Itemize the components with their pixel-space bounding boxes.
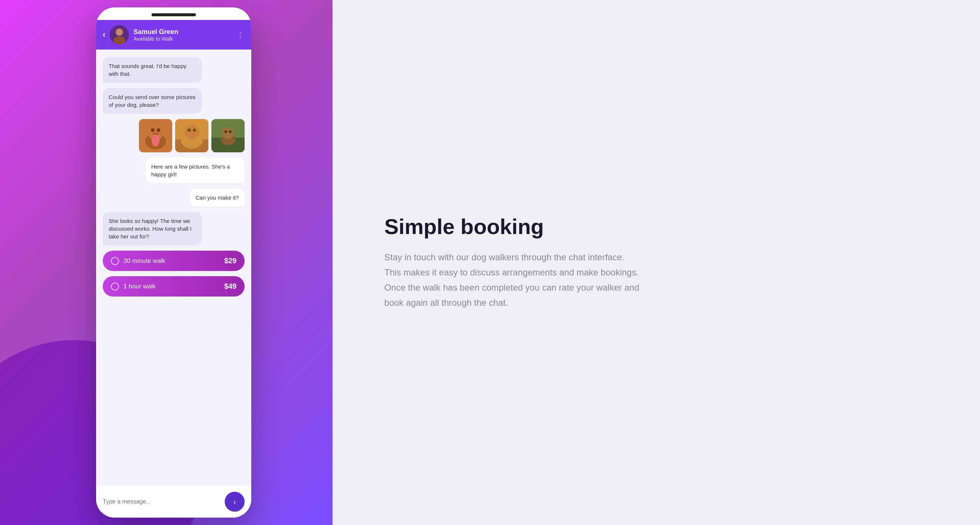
svg-point-6: [148, 124, 164, 140]
svg-point-3: [116, 29, 123, 35]
message-1: That sounds great. I'd be happy with tha…: [103, 57, 202, 83]
svg-point-22: [229, 131, 232, 133]
svg-point-10: [152, 136, 159, 147]
header-info: Samuel Green Available to Walk: [134, 28, 232, 42]
radio-30min[interactable]: [111, 257, 119, 265]
chat-header: ‹ Samuel Green Available to Walk ⋮: [96, 20, 251, 49]
dog-photo-1: [139, 119, 172, 152]
dog-photo-2: [175, 119, 208, 152]
right-panel: Simple booking Stay in touch with our do…: [332, 0, 980, 525]
message-4: Here are a few pictures. She's a happy g…: [145, 158, 245, 184]
message-2: Could you send over some pictures of you…: [103, 88, 202, 114]
message-6: She looks so happy! The time we discusse…: [103, 212, 202, 246]
svg-point-9: [153, 133, 159, 136]
svg-point-8: [157, 128, 161, 132]
svg-point-16: [193, 129, 196, 132]
walk-price-1hour: $49: [224, 282, 237, 290]
walk-option-30min[interactable]: 30 minute walk $29: [103, 251, 245, 271]
dog-photo-3: [212, 119, 245, 152]
walk-option-left-1hour: 1 hour walk: [111, 282, 156, 290]
chat-input-area: ›: [96, 485, 251, 518]
right-title: Simple booking: [384, 215, 643, 238]
svg-point-21: [225, 131, 227, 133]
radio-1hour[interactable]: [111, 282, 119, 290]
svg-point-20: [222, 127, 234, 139]
phone-body: ‹ Samuel Green Available to Walk ⋮ That …: [96, 7, 251, 518]
walk-option-1hour[interactable]: 1 hour walk $49: [103, 276, 245, 297]
dog-photos-row: [139, 119, 245, 152]
svg-point-15: [188, 129, 191, 132]
walk-label-1hour: 1 hour walk: [123, 283, 156, 290]
right-text-block: Simple booking Stay in touch with our do…: [384, 215, 643, 311]
back-button[interactable]: ‹: [103, 31, 105, 39]
walk-label-30min: 30 minute walk: [123, 257, 165, 265]
chat-body: That sounds great. I'd be happy with tha…: [96, 49, 251, 485]
svg-point-14: [185, 124, 199, 139]
walk-option-left-30min: 30 minute walk: [111, 257, 165, 265]
more-button[interactable]: ⋮: [237, 30, 245, 39]
message-5: Can you make it?: [189, 188, 245, 207]
send-button[interactable]: ›: [225, 492, 245, 512]
avatar: [110, 25, 129, 45]
message-input[interactable]: [103, 498, 220, 505]
phone-notch: [151, 13, 196, 16]
phone-mockup: ‹ Samuel Green Available to Walk ⋮ That …: [96, 7, 251, 518]
right-description: Stay in touch with our dog walkers throu…: [384, 250, 643, 310]
header-name: Samuel Green: [134, 28, 232, 36]
header-status: Available to Walk: [134, 36, 232, 42]
svg-point-7: [151, 128, 154, 132]
walk-price-30min: $29: [224, 257, 237, 265]
